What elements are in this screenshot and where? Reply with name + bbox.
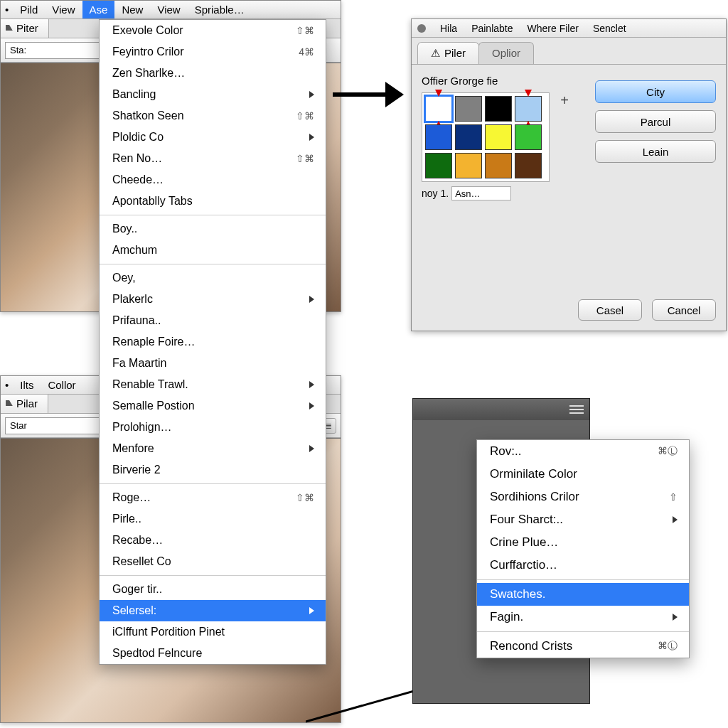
menu-separator xyxy=(477,579,689,580)
menu-row-label: Feyintro Crilor xyxy=(112,46,284,58)
menu-row[interactable]: Apontablly Tabs xyxy=(100,191,326,212)
menu-shortcut: ⇧ xyxy=(669,491,678,503)
color-swatch[interactable] xyxy=(455,153,482,178)
menu-row[interactable]: Four Sharct:.. xyxy=(477,508,689,531)
menu-row[interactable]: Fa Maartin xyxy=(100,353,326,374)
menu-row-label: Goger tir.. xyxy=(112,583,314,596)
color-swatch[interactable] xyxy=(515,96,542,122)
menu-item[interactable]: Ilts xyxy=(13,376,41,394)
menu-row[interactable]: Amchum xyxy=(100,240,326,261)
menu-row[interactable]: Spedtod Felncure xyxy=(100,643,326,664)
menu-row[interactable]: Cheede… xyxy=(100,169,326,191)
menu-shortcut: ⌘Ⓛ xyxy=(658,445,678,458)
menu-row[interactable]: Resellet Co xyxy=(100,551,326,572)
menu-shortcut: ⇧⌘ xyxy=(290,492,314,503)
menu-row[interactable]: Curffarctio… xyxy=(477,554,689,577)
color-swatch[interactable] xyxy=(455,96,482,122)
menu-row[interactable]: Prifauna.. xyxy=(100,310,326,331)
dialog-titlebar: HilaPainlabteWhere FilerSenclet xyxy=(412,19,726,38)
warning-icon: ⚠ xyxy=(431,47,440,60)
color-swatch[interactable] xyxy=(455,124,482,150)
dialog-bottom-buttons: CaselCancel xyxy=(578,299,716,321)
titlebar-item[interactable]: Hila xyxy=(440,23,457,34)
menu-item[interactable]: Pild xyxy=(13,1,45,18)
menu-row-label: Plakerlc xyxy=(112,293,309,306)
menu-shortcut: ⇧⌘ xyxy=(290,25,314,36)
menu-row-label: Exevole Color xyxy=(112,24,284,37)
add-swatch-button[interactable]: + xyxy=(557,92,572,109)
menu-row[interactable]: Ploldic Co xyxy=(100,127,326,148)
color-swatch[interactable] xyxy=(485,96,512,122)
dialog-button[interactable]: Cancel xyxy=(652,299,716,321)
color-swatch[interactable] xyxy=(515,124,542,150)
menu-row[interactable]: Boy.. xyxy=(100,218,326,240)
menu-row-label: Renaple Foire… xyxy=(112,336,314,348)
color-swatch[interactable] xyxy=(485,153,512,178)
document-tab[interactable]: Piter xyxy=(1,19,49,38)
menu-row[interactable]: Goger tir.. xyxy=(100,579,326,600)
color-swatch[interactable] xyxy=(515,153,542,178)
dialog-tab[interactable]: ⚠Piler xyxy=(417,42,479,64)
menu-row[interactable]: Semalle Postion xyxy=(100,395,326,417)
menu-row[interactable]: Prolohign… xyxy=(100,417,326,438)
menu-separator xyxy=(100,575,326,576)
menu-row[interactable]: Feyintro Crilor4⌘ xyxy=(100,41,326,63)
menu-row[interactable]: Recabe… xyxy=(100,530,326,551)
color-swatch[interactable] xyxy=(425,96,452,122)
menu-row[interactable]: Selersel: xyxy=(100,600,326,621)
dialog-button[interactable]: City xyxy=(595,80,716,103)
dialog-tab[interactable]: Oplior xyxy=(478,42,534,64)
chevron-right-icon xyxy=(309,381,314,388)
menu-row[interactable]: Exevole Color⇧⌘ xyxy=(100,20,326,41)
dialog-button[interactable]: Leain xyxy=(595,140,716,163)
menu-row-label: Boy.. xyxy=(112,223,314,235)
menu-row[interactable]: Swatches. xyxy=(477,583,689,606)
chevron-right-icon xyxy=(309,134,314,141)
menu-shortcut: ⇧⌘ xyxy=(290,153,314,164)
menu-row[interactable]: Oey, xyxy=(100,267,326,289)
titlebar-item[interactable]: Senclet xyxy=(593,23,626,34)
menu-row-label: Selersel: xyxy=(112,604,309,617)
menu-item[interactable]: New xyxy=(114,1,150,18)
dialog-button[interactable]: Parcul xyxy=(595,110,716,133)
menu-row[interactable]: Fagin. xyxy=(477,606,689,628)
color-swatch[interactable] xyxy=(485,124,512,150)
menu-row[interactable]: Sordihions Crilor⇧ xyxy=(477,486,689,508)
menu-row[interactable]: Zen Sharlke… xyxy=(100,63,326,84)
menu-row-label: Cheede… xyxy=(112,173,314,186)
close-dot-icon[interactable] xyxy=(417,24,426,33)
menu-item[interactable]: View xyxy=(150,1,187,18)
dialog-button[interactable]: Casel xyxy=(578,299,642,321)
menu-row[interactable]: Bancling xyxy=(100,84,326,105)
footer-input[interactable] xyxy=(451,186,511,200)
document-tab[interactable]: Pilar xyxy=(1,395,48,413)
menu-row-label: Semalle Postion xyxy=(112,400,309,412)
menu-row[interactable]: Renaple Foire… xyxy=(100,331,326,353)
menu-row[interactable]: Orminilate Color xyxy=(477,463,689,486)
menu-row[interactable]: Rencond Crists⌘Ⓛ xyxy=(477,635,689,658)
menu-item[interactable]: Spriable… xyxy=(188,1,252,18)
menu-item[interactable]: Collor xyxy=(41,376,82,394)
menu-row[interactable]: Crine Plue… xyxy=(477,531,689,554)
menu-item[interactable]: Ase xyxy=(82,1,115,18)
menu-row[interactable]: Rov:..⌘Ⓛ xyxy=(477,440,689,463)
menu-shortcut: ⌘Ⓛ xyxy=(658,640,678,653)
menu-row[interactable]: Roge…⇧⌘ xyxy=(100,487,326,508)
menu-row-label: Bancling xyxy=(112,88,309,101)
menu-row[interactable]: iClffunt Pordition Pinet xyxy=(100,621,326,643)
menu-row[interactable]: Pirle.. xyxy=(100,508,326,530)
arrow-down-icon xyxy=(525,90,532,97)
menu-row[interactable]: Shatkon Seen⇧⌘ xyxy=(100,105,326,127)
panel-popup-menu: Rov:..⌘ⓁOrminilate ColorSordihions Crilo… xyxy=(476,439,690,658)
menu-row[interactable]: Menfore xyxy=(100,438,326,459)
menu-row[interactable]: Ren No…⇧⌘ xyxy=(100,148,326,169)
menu-row[interactable]: Birverie 2 xyxy=(100,459,326,481)
color-swatch[interactable] xyxy=(425,124,452,150)
panel-menu-icon[interactable] xyxy=(569,405,584,414)
titlebar-item[interactable]: Painlabte xyxy=(471,23,513,34)
menu-item[interactable]: View xyxy=(45,1,82,18)
menu-row[interactable]: Plakerlc xyxy=(100,289,326,310)
titlebar-item[interactable]: Where Filer xyxy=(528,23,579,34)
menu-row[interactable]: Renable Trawl. xyxy=(100,374,326,395)
color-swatch[interactable] xyxy=(425,153,452,178)
